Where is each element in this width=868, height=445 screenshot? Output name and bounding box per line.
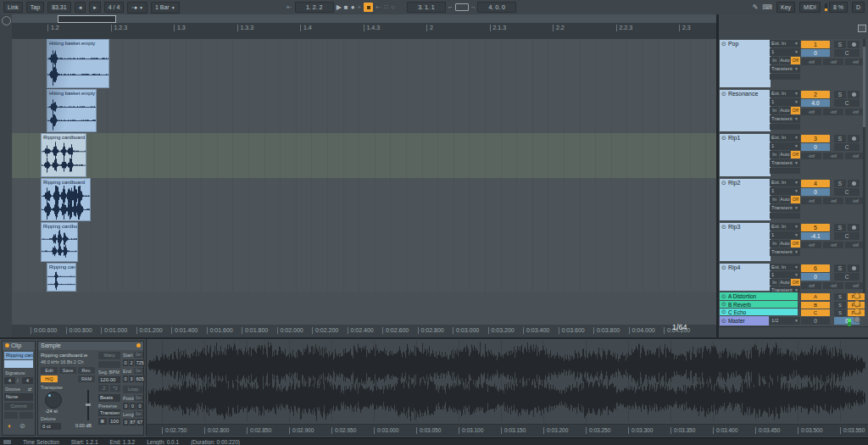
output-channel-chooser[interactable] — [770, 124, 800, 130]
track-header[interactable]: ⊙Rip4 Ext. In▼ 1▼ InAutoOff Transient▼ 6… — [719, 263, 868, 293]
sample-editor[interactable]: 0:02.7500:02.8000:02.8500:02.9000:02.950… — [146, 339, 868, 436]
transient-envelope-field[interactable]: 100 — [108, 418, 120, 425]
warp-mode-chooser[interactable]: Beats — [98, 394, 120, 402]
computer-midi-keyboard-button[interactable]: ⌨ — [762, 2, 772, 13]
arrangement-clip[interactable]: Hitting basket empty — [47, 89, 97, 132]
arrangement-clip[interactable]: Ripping cardboard — [41, 222, 78, 262]
zoom-region-box[interactable] — [58, 15, 116, 23]
stop-button[interactable]: ■ — [344, 2, 348, 13]
pan-field[interactable]: C — [834, 232, 860, 240]
volume-field[interactable]: -4.1 — [801, 232, 830, 240]
arm-button[interactable] — [848, 91, 860, 98]
midi-map-button[interactable]: MIDI — [799, 2, 821, 13]
groove-chooser[interactable]: None — [4, 393, 33, 401]
unfold-icon[interactable]: ⊙ — [721, 41, 726, 47]
sample-box-toggle-icon[interactable]: ◐ — [8, 423, 12, 429]
arrangement-clip[interactable]: Ripping cardboard — [41, 178, 91, 221]
back-to-arrangement-icon[interactable] — [2, 16, 11, 25]
key-map-button[interactable]: Key — [776, 2, 795, 13]
optimize-view-button[interactable] — [858, 25, 866, 32]
start-set-button[interactable]: Set — [134, 352, 143, 358]
record-button[interactable]: ● — [351, 2, 355, 13]
send-b-field[interactable]: -inf — [823, 153, 843, 159]
return-round-button[interactable] — [854, 308, 860, 314]
track-lane[interactable]: Ripping cardboard — [12, 178, 716, 223]
send-a-field[interactable]: -inf — [801, 197, 821, 204]
send-a-field[interactable]: -inf — [801, 282, 821, 289]
monitor-buttons[interactable]: InAutoOff — [770, 196, 800, 203]
position-value[interactable]: 000 — [123, 403, 143, 409]
draw-mode-button[interactable]: ✎ — [753, 2, 759, 13]
output-chooser[interactable]: Transient▼ — [770, 65, 800, 73]
arm-button[interactable] — [848, 41, 860, 48]
hotswap-icon[interactable]: ⇄ — [28, 387, 32, 392]
track-lane[interactable]: Ripping cardboard — [12, 263, 716, 293]
pan-field[interactable]: C — [834, 273, 860, 281]
clip-name-field[interactable]: Ripping cardb — [4, 352, 33, 359]
arm-button[interactable] — [848, 180, 860, 187]
send-a-field[interactable]: -inf — [801, 242, 821, 248]
solo-button[interactable]: S — [834, 224, 846, 231]
track-activator-button[interactable]: 2 — [801, 91, 830, 98]
solo-button[interactable]: S — [834, 293, 846, 300]
volume-field[interactable]: 4.0 — [801, 99, 830, 107]
envelope-box-toggle-icon[interactable]: ⊘ — [19, 423, 25, 429]
double-tempo-button[interactable]: *2 — [110, 385, 120, 392]
pan-field[interactable]: C — [834, 49, 860, 57]
unfold-icon[interactable]: ⊙ — [721, 309, 726, 315]
volume-field[interactable]: 0 — [801, 49, 830, 57]
track-name-cell[interactable]: ⊙Pop — [720, 40, 771, 87]
input-channel-chooser[interactable]: 1▼ — [770, 231, 800, 239]
unfold-icon[interactable]: ⊙ — [721, 301, 726, 308]
arrangement-clip[interactable]: Ripping cardboard — [47, 263, 76, 292]
solo-button[interactable]: S — [834, 302, 846, 309]
nudge-up-button[interactable]: ▸ — [89, 2, 101, 13]
output-chooser[interactable]: Transient▼ — [770, 115, 800, 123]
input-channel-chooser[interactable]: 1▼ — [770, 187, 800, 195]
input-type-chooser[interactable]: Ext. In▼ — [770, 179, 800, 186]
track-header[interactable]: ⊙Rip1 Ext. In▼ 1▼ InAutoOff Transient▼ 3… — [719, 133, 868, 179]
beat-time-ruler[interactable]: 1.21.2.31.31.3.31.41.4.322.1.32.22.2.32.… — [12, 23, 716, 40]
monitor-buttons[interactable]: InAutoOff — [770, 57, 800, 64]
loop-button[interactable]: Loop — [123, 386, 143, 393]
track-activator-button[interactable]: 4 — [801, 180, 830, 187]
length-value[interactable]: 08767 — [123, 419, 143, 426]
solo-button[interactable]: S — [834, 135, 846, 142]
loop-length-field[interactable]: 4. 0. 0 — [477, 2, 516, 13]
loop-start-field[interactable]: 3. 1. 1 — [407, 2, 446, 13]
time-ruler[interactable]: 0:00.6000:00.8000:01.0000:01.2000:01.400… — [12, 325, 716, 338]
track-activator-button[interactable]: 6 — [801, 264, 830, 272]
end-value[interactable]: 03605 — [123, 375, 145, 382]
track-name-cell[interactable]: ⊙Resonance — [720, 90, 771, 131]
commit-button[interactable]: Commit — [4, 403, 33, 410]
solo-button[interactable]: S — [834, 91, 846, 98]
track-name-cell[interactable]: ⊙Rip2 — [720, 179, 771, 220]
send-b-field[interactable]: -inf — [823, 58, 843, 65]
unfold-icon[interactable]: ⊙ — [721, 180, 726, 186]
monitor-buttons[interactable]: InAutoOff — [770, 107, 800, 114]
unfold-icon[interactable]: ⊙ — [721, 224, 726, 230]
signature-denominator-field[interactable]: 4 — [22, 377, 33, 384]
start-value[interactable]: 02725 — [123, 359, 145, 366]
arrangement-clip[interactable]: Ripping cardboard — [41, 133, 86, 177]
return-activator-button[interactable]: C — [801, 309, 830, 316]
input-channel-chooser[interactable]: 1▼ — [770, 142, 800, 150]
tempo-field[interactable]: 83.31 — [47, 2, 71, 13]
pan-field[interactable]: C — [834, 143, 860, 151]
arm-button[interactable] — [848, 264, 860, 272]
track-header[interactable]: ⊙Rip3 Ext. In▼ 1▼ InAutoOff Transient▼ 5… — [719, 222, 868, 264]
arrangement-clip[interactable]: Hitting basket empty — [47, 39, 109, 88]
transpose-knob[interactable] — [45, 392, 62, 409]
input-channel-chooser[interactable]: 1▼ — [770, 48, 800, 56]
clip-color-chooser[interactable] — [4, 360, 33, 368]
unfold-icon[interactable]: ⊙ — [721, 91, 726, 97]
hiq-button[interactable]: HiQ — [41, 375, 58, 382]
punch-out-button[interactable]: ¬ — [471, 2, 476, 13]
track-lane[interactable]: Hitting basket empty — [12, 89, 716, 134]
send-a-field[interactable]: -inf — [801, 153, 821, 159]
solo-button[interactable]: S — [834, 180, 846, 187]
track-lane[interactable]: Hitting basket empty — [12, 39, 716, 90]
track-name-cell[interactable]: ⊙Rip1 — [720, 134, 771, 176]
monitor-buttons[interactable]: InAutoOff — [770, 151, 800, 159]
return-activator-button[interactable]: B — [801, 302, 830, 309]
